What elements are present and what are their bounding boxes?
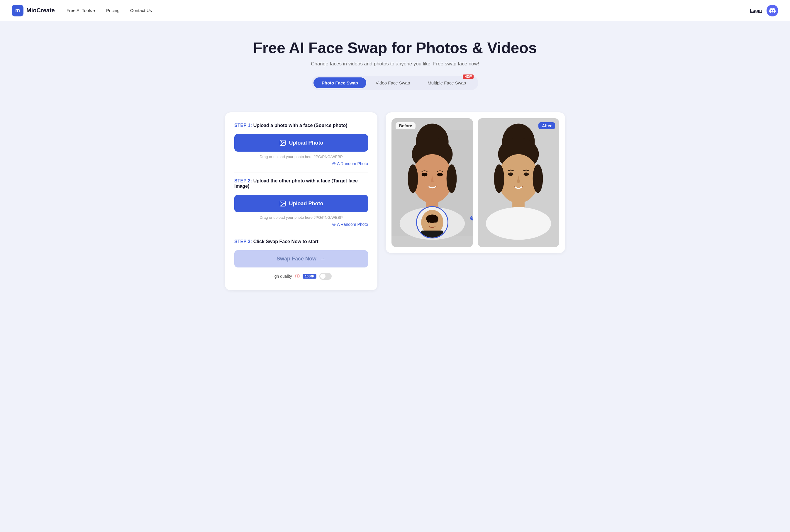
step1-desc: Upload a photo with a face (Source photo… (253, 123, 347, 128)
upload-icon-2 (279, 200, 286, 207)
step3-num: STEP 3: (234, 239, 252, 244)
demo-images: Before (391, 118, 559, 247)
svg-point-28 (494, 165, 504, 193)
nav-contact-us[interactable]: Contact Us (130, 8, 152, 13)
svg-point-11 (437, 173, 443, 176)
upload-photo-1-button[interactable]: Upload Photo (234, 134, 368, 152)
svg-point-17 (427, 221, 430, 223)
plus-circle-icon-2: ⊕ (332, 222, 336, 227)
step2-num: STEP 2: (234, 178, 252, 183)
tab-multiple-face-swap[interactable]: Multiple Face Swap NEW (419, 77, 477, 88)
svg-point-27 (523, 173, 529, 176)
after-face-svg (478, 118, 559, 247)
nav-free-ai-tools[interactable]: Free AI Tools ▾ (66, 8, 96, 13)
hero-subtitle: Change faces in videos and photos to any… (6, 61, 784, 67)
chevron-down-icon: ▾ (93, 8, 96, 13)
discord-icon[interactable] (767, 5, 778, 16)
tabs-container: Photo Face Swap Video Face Swap Multiple… (6, 76, 784, 90)
overlay-face (416, 206, 448, 239)
svg-point-3 (281, 202, 282, 203)
divider-2 (234, 233, 368, 233)
login-link[interactable]: Login (750, 8, 762, 13)
random-photo-2-link[interactable]: ⊕ A Random Photo (234, 222, 368, 227)
info-icon: ⓘ (295, 273, 300, 280)
quality-badge: 1080P (303, 274, 317, 279)
svg-point-24 (486, 207, 551, 240)
step1-num: STEP 1: (234, 123, 252, 128)
hero-title: Free AI Face Swap for Photos & Videos (6, 39, 784, 57)
right-panel: Before (386, 112, 565, 253)
nav-right: Login (750, 5, 778, 16)
quality-toggle[interactable] (319, 273, 332, 280)
step3-desc: Click Swap Face Now to start (253, 239, 319, 244)
step2-label: STEP 2: Upload the other photo with a fa… (234, 178, 368, 189)
svg-point-29 (533, 165, 543, 193)
quality-label: High quality (271, 274, 292, 279)
tabs-pill: Photo Face Swap Video Face Swap Multiple… (312, 76, 478, 90)
new-badge: NEW (463, 75, 474, 79)
navbar: m MioCreate Free AI Tools ▾ Pricing Cont… (0, 0, 790, 21)
logo-icon: m (12, 5, 23, 16)
svg-point-13 (447, 165, 457, 193)
brand-name: MioCreate (26, 7, 55, 14)
random-photo-1-link[interactable]: ⊕ A Random Photo (234, 161, 368, 166)
demo-after-image: After (478, 118, 559, 247)
drag-hint-1: Drag or upload your photo here JPG/PNG/W… (234, 155, 368, 159)
arrow-icon: → (320, 255, 326, 262)
swap-face-now-button[interactable]: Swap Face Now → (234, 250, 368, 267)
main-content: STEP 1: Upload a photo with a face (Sour… (219, 112, 571, 308)
nav-links: Free AI Tools ▾ Pricing Contact Us (66, 8, 750, 13)
demo-before-image: Before (391, 118, 473, 247)
svg-point-1 (281, 141, 282, 142)
svg-point-26 (508, 173, 514, 176)
step3-label: STEP 3: Click Swap Face Now to start (234, 239, 368, 244)
upload-icon-1 (279, 139, 286, 146)
logo-area[interactable]: m MioCreate (12, 5, 55, 16)
svg-point-12 (408, 165, 418, 193)
tab-photo-face-swap[interactable]: Photo Face Swap (313, 77, 366, 88)
nav-pricing[interactable]: Pricing (106, 8, 120, 13)
step2-desc: Upload the other photo with a face (Targ… (234, 178, 358, 189)
divider-1 (234, 172, 368, 172)
hero-section: Free AI Face Swap for Photos & Videos Ch… (0, 21, 790, 112)
drag-hint-2: Drag or upload your photo here JPG/PNG/W… (234, 215, 368, 220)
svg-point-10 (422, 173, 427, 176)
left-panel: STEP 1: Upload a photo with a face (Sour… (225, 112, 378, 290)
upload-photo-2-button[interactable]: Upload Photo (234, 195, 368, 212)
tab-video-face-swap[interactable]: Video Face Swap (367, 77, 418, 88)
quality-row: High quality ⓘ 1080P (234, 273, 368, 280)
svg-point-18 (434, 221, 438, 223)
step1-label: STEP 1: Upload a photo with a face (Sour… (234, 123, 368, 128)
plus-circle-icon-1: ⊕ (332, 161, 336, 166)
